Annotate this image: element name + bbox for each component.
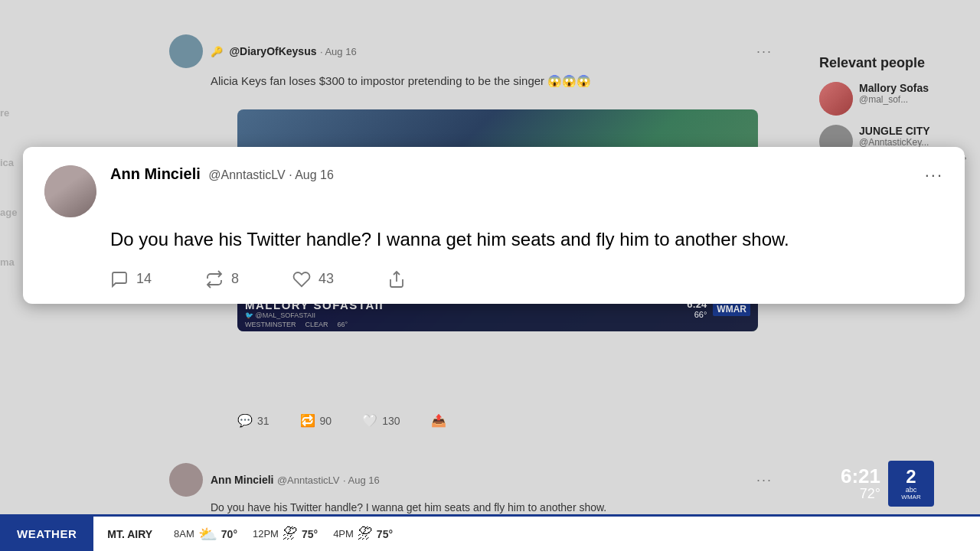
weather-temp-4pm: 75° (377, 528, 393, 540)
bg-tweet-more[interactable]: ··· (756, 44, 773, 60)
reply-icon (110, 270, 129, 289)
reply-count: 14 (136, 271, 152, 287)
tweet-avatar (44, 165, 96, 217)
lt-conditions: CLEAR (305, 321, 328, 328)
bg-like-icon: 🤍 (362, 413, 377, 428)
sidebar-name-mallory: Mallory Sofas (859, 82, 929, 94)
tweet-dot-sep: · (289, 168, 295, 181)
lt-handle: 🐦 @MAL_SOFASTAII (245, 311, 384, 319)
retweet-icon (205, 270, 224, 289)
tv-logo-num: 2 (906, 468, 916, 486)
tweet-actions: 14 8 43 (110, 270, 943, 289)
like-count: 43 (318, 271, 334, 287)
sidebar-avatar-mallory (819, 82, 853, 116)
weather-icon-4pm: ⛈ (358, 525, 373, 543)
tweet-body: Do you have his Twitter handle? I wanna … (110, 227, 943, 253)
left-edge-text: re ica age ma (0, 107, 19, 268)
lt-local-temp: 66° (338, 321, 348, 328)
bg-reply-icon: 💬 (237, 413, 253, 428)
sidebar-title: Relevant people (819, 55, 972, 71)
bg-tweet-stats: 💬 31 🔁 90 🤍 130 📤 (237, 413, 446, 428)
lt-temp: 66° (687, 310, 707, 319)
bg-top-tweet: 🔑 @DiaryOfKeysus · Aug 16 ··· Alicia Key… (157, 27, 785, 96)
weather-item-4pm: 4PM ⛈ 75° (333, 525, 393, 543)
weather-time-4pm: 4PM (333, 528, 354, 540)
clock-time: 6:21 (841, 466, 880, 486)
bg-tweet-emoji: 🔑 (211, 46, 223, 57)
weather-tab-label: WEATHER (0, 517, 93, 551)
tv-clock: 6:21 72° 2 abc WMAR (841, 461, 934, 507)
bg-tweet-date: Aug 16 (325, 46, 356, 57)
bg-share-icon: 📤 (431, 413, 446, 428)
sidebar-person-mallory[interactable]: Mallory Sofas @mal_sof... (819, 82, 972, 116)
share-icon (387, 270, 406, 289)
bg-lower-more[interactable]: ··· (756, 472, 773, 488)
weather-icon-12pm: ⛈ (283, 525, 298, 543)
weather-location: MT. AIRY (107, 528, 152, 540)
retweet-button[interactable]: 8 (205, 270, 239, 289)
weather-item-8am: 8AM ⛅ 70° (174, 525, 237, 543)
lt-channel: WMAR (717, 304, 746, 315)
bg-tweet-text: Alicia Keys fan loses $300 to impostor p… (211, 73, 773, 89)
bg-stat-likes[interactable]: 🤍 130 (362, 413, 400, 428)
weather-time-8am: 8AM (174, 528, 194, 540)
weather-item-12pm: 12PM ⛈ 75° (253, 525, 318, 543)
bg-rt-icon: 🔁 (300, 413, 315, 428)
bg-like-count: 130 (382, 415, 400, 427)
clock-temp: 72° (841, 486, 880, 502)
weather-temp-8am: 70° (221, 528, 237, 540)
tv-logo-abc: abc (906, 486, 917, 494)
clock-block: 6:21 72° (841, 466, 880, 502)
tweet-header: Ann Mincieli @AnntasticLV · Aug 16 ··· (44, 165, 943, 217)
bg-rt-count: 90 (320, 415, 332, 427)
tv-logo: 2 abc WMAR (888, 461, 934, 507)
bg-lower-date: Aug 16 (348, 474, 379, 486)
bg-tweet-handle: @DiaryOfKeysus (229, 45, 316, 57)
bg-lower-handle: @AnntasticLV (277, 474, 340, 486)
lt-location: WESTMINSTER (245, 321, 296, 328)
bg-avatar-diary (169, 34, 203, 68)
weather-temp-12pm: 75° (302, 528, 318, 540)
bg-lower-text: Do you have his Twitter handle? I wanna … (211, 500, 773, 516)
bg-stat-retweets[interactable]: 🔁 90 (300, 413, 332, 428)
highlighted-tweet-card: Ann Mincieli @AnntasticLV · Aug 16 ··· D… (23, 147, 965, 304)
sidebar-handle-jungle: @AnntasticKey... (859, 137, 972, 148)
weather-time-12pm: 12PM (253, 528, 279, 540)
sidebar-name-jungle: JUNGLE CITY (859, 125, 972, 137)
sidebar-handle-mallory: @mal_sof... (859, 94, 929, 105)
weather-icon-8am: ⛅ (198, 525, 217, 543)
bg-stat-replies[interactable]: 💬 31 (237, 413, 270, 428)
bg-reply-count: 31 (257, 415, 270, 427)
tweet-handle: @AnntasticLV (208, 168, 285, 181)
bg-lower-author: Ann Mincieli (211, 474, 273, 486)
share-button[interactable] (387, 270, 406, 289)
reply-button[interactable]: 14 (110, 270, 152, 289)
tv-logo-wmar: WMAR (901, 494, 920, 500)
retweet-count: 8 (231, 271, 239, 287)
heart-icon (292, 270, 311, 289)
tweet-more-button[interactable]: ··· (925, 165, 943, 185)
like-button[interactable]: 43 (292, 270, 334, 289)
bg-stat-share[interactable]: 📤 (431, 413, 446, 428)
tweet-date: Aug 16 (295, 168, 334, 181)
weather-bar: WEATHER MT. AIRY 8AM ⛅ 70° 12PM ⛈ 75° 4P… (0, 514, 980, 551)
tweet-author-block: Ann Mincieli @AnntasticLV · Aug 16 (110, 165, 916, 183)
bg-lower-avatar (169, 463, 203, 497)
lt-footer: WESTMINSTER CLEAR 66° (245, 321, 750, 328)
bg-lower-tweet: Ann Mincieli @AnntasticLV · Aug 16 ··· D… (157, 455, 785, 523)
tweet-author-name: Ann Mincieli (110, 165, 201, 182)
